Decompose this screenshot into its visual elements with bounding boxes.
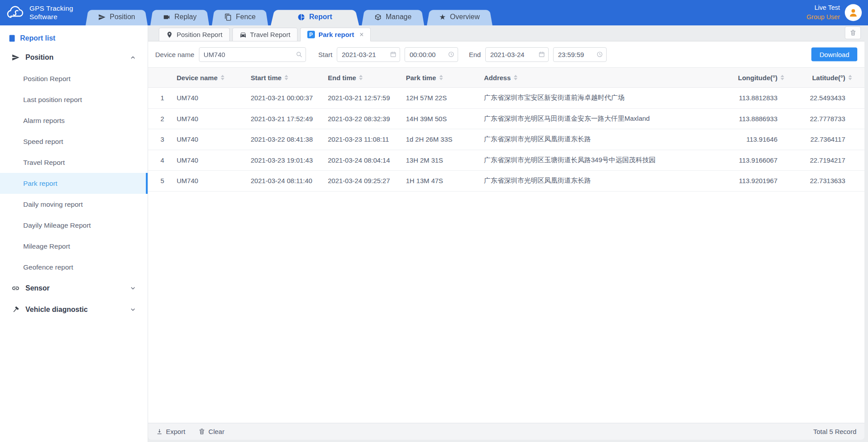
sidebar-item-mileage-report[interactable]: Mileage Report (0, 236, 148, 257)
cell-park-time: 1H 13M 47S (406, 177, 484, 184)
sidebar-item-park-report[interactable]: Park report (0, 173, 148, 194)
avatar[interactable] (845, 4, 862, 21)
sidebar-item-position-report[interactable]: Position Report (0, 68, 148, 89)
export-button[interactable]: Export (156, 428, 185, 435)
row-index: 3 (148, 135, 177, 143)
sidebar-item-dayily-mileage-report[interactable]: Dayily Mileage Report (0, 215, 148, 236)
map-pin-icon (166, 31, 173, 38)
sidebar-section-vehicle-diagnostic[interactable]: Vehicle diagnostic (0, 299, 148, 320)
user-profile[interactable]: Live Test Group User (806, 3, 862, 23)
total-record-count: Total 5 Record (813, 428, 856, 435)
cell-start-time: 2021-03-23 19:01:43 (251, 156, 328, 164)
app-logo: GPS Tracking Software (6, 4, 73, 21)
cell-address: 广东省深圳市光明区玉塘街道长凤路349号中远国茂科技园 (484, 156, 693, 164)
tab-position-report[interactable]: Position Report (159, 28, 230, 41)
nav-tab-position[interactable]: Position (86, 8, 148, 25)
cell-start-time: 2021-03-24 08:11:40 (251, 177, 328, 184)
cell-device: UM740 (177, 177, 251, 184)
send-icon (98, 13, 106, 21)
sidebar-section-position[interactable]: Position (0, 47, 148, 68)
device-name-column-header: Device name (177, 74, 251, 82)
sidebar-item-alarm-reports[interactable]: Alarm reports (0, 110, 148, 131)
park-time-column-header: Park time (406, 74, 484, 82)
copy-pages-icon (224, 13, 232, 21)
sidebar-item-travel-report[interactable]: Travel Report (0, 152, 148, 173)
tab-travel-report[interactable]: Travel Report (232, 28, 298, 41)
sidebar-item-daily-moving-report[interactable]: Daily moving report (0, 194, 148, 215)
sidebar-section-sensor[interactable]: Sensor (0, 278, 148, 299)
pie-chart-icon (298, 13, 305, 21)
nav-tab-replay[interactable]: Replay (150, 8, 209, 25)
download-button[interactable]: Download (811, 48, 857, 61)
table-header: Device name Start time End time Park tim… (148, 68, 864, 88)
address-column-header: Address (484, 74, 693, 82)
nav-tab-report[interactable]: Report (271, 8, 359, 25)
sidebar-item-last-position-report[interactable]: Last position report (0, 89, 148, 110)
sidebar-item-geofence-report[interactable]: Geofence report (0, 257, 148, 278)
table-row[interactable]: 1 UM740 2021-03-21 00:00:37 2021-03-21 1… (148, 88, 864, 109)
sort-icon[interactable] (439, 75, 443, 80)
filter-bar: Device name Start End (148, 41, 864, 68)
main-nav: Position Replay Fence Report Manage ★ Ov… (86, 8, 492, 25)
cell-address: 广东省深圳市宝安区新安街道前海卓越时代广场 (484, 94, 693, 102)
user-role: Group User (806, 13, 840, 23)
nav-tab-manage[interactable]: Manage (362, 8, 424, 25)
main-area: Position Report Travel Report P Park rep… (148, 25, 864, 440)
cell-park-time: 1d 2H 26M 33S (406, 135, 484, 143)
chevron-up-icon (130, 54, 136, 61)
cell-latitude: 22.7778733 (784, 115, 852, 123)
footer-bar: Export Clear Total 5 Record (148, 423, 864, 440)
sort-icon[interactable] (221, 75, 224, 80)
sort-icon[interactable] (285, 75, 288, 80)
end-label: End (469, 51, 481, 58)
delete-tabs-button[interactable] (845, 26, 861, 39)
clear-button[interactable]: Clear (198, 428, 224, 435)
package-icon (374, 13, 382, 21)
report-panel: Device name Start End (148, 41, 864, 423)
start-label: Start (318, 51, 333, 58)
end-date-input[interactable] (485, 47, 549, 62)
cell-longitude: 113.9166067 (693, 156, 784, 164)
sort-icon[interactable] (781, 75, 784, 80)
cell-address: 广东省深圳市光明区凤凰街道东长路 (484, 135, 693, 143)
cell-address: 广东省深圳市光明区马田街道金安东一路大仟里Maxland (484, 115, 693, 123)
sort-icon[interactable] (514, 75, 517, 80)
cell-longitude: 113.8886933 (693, 115, 784, 123)
device-name-input[interactable] (199, 47, 306, 62)
start-date-input[interactable] (337, 47, 400, 62)
end-time-input[interactable] (553, 47, 607, 62)
start-time-column-header: Start time (251, 74, 328, 82)
cell-latitude: 22.7364117 (784, 135, 852, 143)
sort-icon[interactable] (359, 75, 363, 80)
cell-address: 广东省深圳市光明区凤凰街道东长路 (484, 176, 693, 185)
table-row[interactable]: 2 UM740 2021-03-21 17:52:49 2021-03-22 0… (148, 109, 864, 130)
sidebar-items: Position Report Last position report Ala… (0, 68, 148, 278)
download-icon (156, 428, 163, 435)
table-row[interactable]: 4 UM740 2021-03-23 19:01:43 2021-03-24 0… (148, 150, 864, 171)
cell-device: UM740 (177, 135, 251, 143)
cell-park-time: 14H 39M 50S (406, 115, 484, 123)
table-row[interactable]: 3 UM740 2021-03-22 08:41:38 2021-03-23 1… (148, 129, 864, 150)
device-name-field (199, 47, 306, 62)
close-icon[interactable]: × (360, 31, 364, 39)
nav-tab-overview[interactable]: ★ Overview (427, 8, 492, 25)
app-title: GPS Tracking Software (29, 4, 73, 21)
device-name-label: Device name (155, 51, 194, 58)
cell-start-time: 2021-03-21 00:00:37 (251, 94, 328, 102)
park-icon: P (307, 31, 315, 38)
car-icon (240, 31, 247, 38)
row-index: 4 (148, 156, 177, 164)
start-time-input[interactable] (405, 47, 458, 62)
tab-park-report[interactable]: P Park report × (300, 28, 371, 41)
nav-tab-fence[interactable]: Fence (212, 8, 268, 25)
sort-icon[interactable] (848, 75, 852, 80)
person-icon (848, 8, 859, 18)
cell-end-time: 2021-03-24 09:25:27 (328, 177, 406, 184)
cell-device: UM740 (177, 115, 251, 123)
star-icon: ★ (439, 13, 446, 21)
cell-park-time: 13H 2M 31S (406, 156, 484, 164)
sidebar-item-speed-report[interactable]: Speed report (0, 131, 148, 152)
sidebar-title: Report list (0, 25, 148, 47)
table-row[interactable]: 5 UM740 2021-03-24 08:11:40 2021-03-24 0… (148, 171, 864, 192)
cell-start-time: 2021-03-21 17:52:49 (251, 115, 328, 123)
